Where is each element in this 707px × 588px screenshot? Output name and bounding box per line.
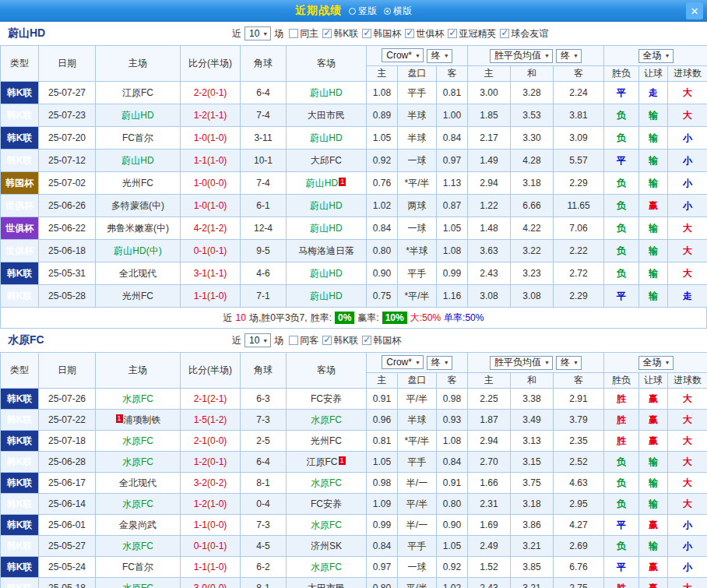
filter-checkbox[interactable]: 韩国杯 [362, 27, 401, 40]
handicap-result: 赢 [639, 557, 668, 578]
avg-away-odds: 2.75 [554, 578, 604, 588]
filter-checkbox[interactable]: 韩K联 [322, 27, 358, 40]
opponent-team-name: 大邱FC [311, 155, 342, 166]
match-count-select[interactable]: 10▼ [244, 333, 271, 347]
dropdown-arrow-icon: ▼ [544, 53, 550, 58]
column-header: 比分(半场) [181, 46, 241, 82]
scope-select[interactable]: 全场▼ [638, 49, 674, 63]
sub-column-header: 让球 [639, 66, 668, 82]
match-date: 25-07-22 [39, 410, 96, 431]
handicap-result: 输 [639, 127, 668, 150]
team-section: 水原FC近10▼场同客韩K联韩国杯类型日期主场比分(半场)角球客场Crow*▼终… [0, 329, 707, 588]
rate-badge: 0% [335, 312, 354, 324]
opponent-team-name: 全北现代 [119, 268, 157, 279]
scope-select[interactable]: 全场▼ [638, 356, 674, 370]
match-row: 世俱杯25-06-22弗鲁米嫩塞(中)4-2(1-2)12-4蔚山HD0.84一… [1, 217, 707, 240]
match-row: 韩K联25-05-31全北现代3-1(1-1)4-6蔚山HD0.90平手0.99… [1, 262, 707, 285]
odds-stage-select[interactable]: 终▼ [427, 356, 452, 370]
match-type-cell: 韩K联 [1, 578, 39, 588]
outcome-result: 平 [604, 557, 639, 578]
corner-score: 7-4 [241, 172, 287, 195]
sub-column-header: 主 [367, 373, 398, 389]
bookmaker-select[interactable]: Crow*▼ [382, 48, 424, 62]
filter-checkbox[interactable]: 韩K联 [322, 334, 358, 347]
checkbox-icon [362, 29, 371, 38]
home-team-cell: FC首尔 [96, 127, 181, 150]
avg-draw-odds: 3.53 [511, 104, 554, 127]
outcome-result: 负 [604, 452, 639, 473]
asia-home-odds: 0.96 [367, 410, 398, 431]
red-card-badge: 1 [116, 414, 123, 423]
filter-checkbox[interactable]: 韩国杯 [362, 334, 401, 347]
home-team-cell: 水原FC [96, 578, 181, 588]
home-team-cell: FC首尔 [96, 557, 181, 578]
match-date: 25-06-01 [39, 515, 96, 536]
opponent-team-name: 全北现代 [119, 477, 157, 488]
column-header: 类型 [1, 353, 39, 389]
avg-draw-odds: 3.75 [511, 473, 554, 494]
titlebar: 近期战绩 竖版横版 ✕ [0, 0, 707, 22]
match-score: 3-1(1-1) [181, 262, 241, 285]
rate-badge: 10% [382, 312, 407, 324]
home-team-cell: 水原FC [96, 431, 181, 452]
outcome-result: 负 [604, 262, 639, 285]
avg-home-odds: 1.49 [468, 150, 511, 172]
match-date: 25-06-17 [39, 473, 96, 494]
europe-stage-select[interactable]: 终▼ [556, 356, 582, 370]
match-row: 韩K联25-07-27江原FC2-2(0-1)6-4蔚山HD1.08平手0.81… [1, 82, 707, 104]
europe-avg-select[interactable]: 胜平负均值▼ [490, 356, 553, 370]
opponent-team-name: 马梅洛迪日落 [298, 245, 354, 256]
goals-result: 大 [668, 217, 707, 240]
opponent-team-name: 多特蒙德(中) [111, 200, 164, 211]
odds-stage-select[interactable]: 终▼ [427, 49, 452, 63]
avg-draw-odds: 3.13 [511, 431, 554, 452]
filter-checkbox[interactable]: 世俱杯 [405, 27, 444, 40]
match-row: 韩K联25-06-01金泉尚武1-1(0-0)7-3水原FC0.99半/一0.9… [1, 515, 707, 536]
focus-team-name: 水原FC [122, 540, 153, 551]
filter-checkbox[interactable]: 球会友谊 [500, 27, 548, 40]
summary-text: 大:50% [410, 312, 441, 325]
match-score: 2-2(0-1) [181, 82, 241, 104]
filter-checkbox[interactable]: 亚冠精英 [448, 27, 496, 40]
bookmaker-odds-group: Crow*▼终▼ [367, 46, 468, 66]
away-team-cell: 蔚山HD [287, 195, 367, 217]
away-team-cell: 蔚山HD [287, 285, 367, 308]
away-team-cell: FC安养 [287, 494, 367, 515]
column-header: 客场 [287, 46, 367, 82]
focus-team-name: 水原FC [122, 498, 153, 509]
outcome-result: 胜 [604, 410, 639, 431]
away-team-cell: 光州FC [287, 431, 367, 452]
match-type-cell: 韩K联 [1, 494, 39, 515]
close-button[interactable]: ✕ [686, 2, 703, 19]
asia-home-odds: 1.02 [367, 195, 398, 217]
avg-draw-odds: 3.21 [511, 536, 554, 557]
checkbox-icon [289, 29, 298, 38]
recent-results-dialog: 近期战绩 竖版横版 ✕ 蔚山HD近10▼场同主韩K联韩国杯世俱杯亚冠精英球会友谊… [0, 0, 707, 588]
handicap-result: 输 [639, 285, 668, 308]
avg-home-odds: 3.08 [468, 285, 511, 308]
goals-result: 大 [668, 431, 707, 452]
layout-radio-vertical[interactable]: 竖版 [349, 5, 377, 18]
corner-score: 7-1 [241, 285, 287, 308]
europe-avg-select[interactable]: 胜平负均值▼ [490, 49, 553, 63]
home-team-cell: 多特蒙德(中) [96, 195, 181, 217]
filter-checkbox[interactable]: 同主 [289, 27, 318, 40]
layout-radio-horizontal[interactable]: 横版 [384, 5, 412, 18]
match-score: 1-2(1-0) [181, 494, 241, 515]
avg-away-odds: 6.76 [554, 557, 604, 578]
goals-result: 大 [668, 410, 707, 431]
asia-home-odds: 0.97 [367, 557, 398, 578]
column-header: 日期 [39, 353, 96, 389]
away-team-cell: 水原FC [287, 473, 367, 494]
outcome-result: 胜 [604, 389, 639, 410]
goals-result: 小 [668, 150, 707, 172]
match-count-select[interactable]: 10▼ [244, 26, 271, 40]
match-score: 3-2(0-2) [181, 473, 241, 494]
europe-avg-group: 胜平负均值▼终▼ [468, 353, 604, 373]
europe-stage-select[interactable]: 终▼ [556, 49, 582, 63]
match-row: 韩K联25-07-26水原FC2-1(2-1)6-3FC安养0.91平/半0.9… [1, 389, 707, 410]
sub-column-header: 胜负 [604, 373, 639, 389]
filter-checkbox[interactable]: 同客 [289, 334, 318, 347]
bookmaker-select[interactable]: Crow*▼ [382, 355, 424, 369]
match-date: 25-07-27 [39, 82, 96, 104]
